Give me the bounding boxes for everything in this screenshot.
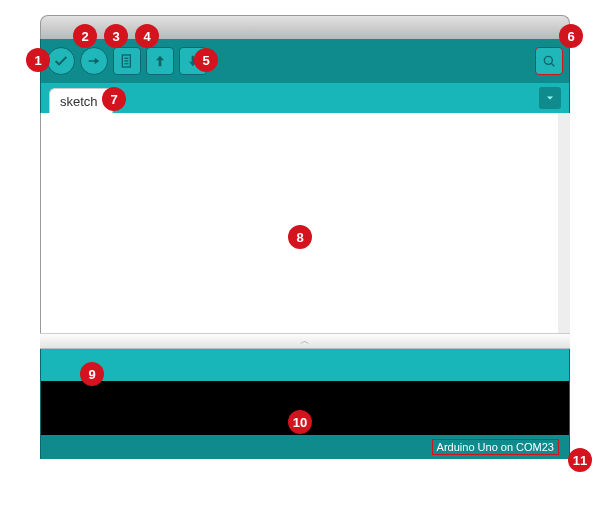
callout-1: 1 <box>26 48 50 72</box>
upload-icon <box>86 53 102 69</box>
open-file-icon <box>152 53 168 69</box>
status-bar <box>40 349 570 381</box>
open-button[interactable] <box>146 47 174 75</box>
tab-menu-button[interactable] <box>539 87 561 109</box>
callout-4: 4 <box>135 24 159 48</box>
callout-10: 10 <box>288 410 312 434</box>
tab-label: sketch <box>60 94 98 109</box>
callout-7: 7 <box>102 87 126 111</box>
callout-2: 2 <box>73 24 97 48</box>
code-editor[interactable] <box>40 113 570 333</box>
new-button[interactable] <box>113 47 141 75</box>
svg-line-5 <box>551 63 554 66</box>
callout-11: 11 <box>568 448 592 472</box>
serial-monitor-button[interactable]: . <box>535 47 563 75</box>
callout-6: 6 <box>559 24 583 48</box>
callout-3: 3 <box>104 24 128 48</box>
board-port-label: Arduino Uno on COM23 <box>432 439 559 455</box>
dropdown-icon <box>544 92 556 104</box>
serial-monitor-icon: . <box>541 53 557 69</box>
upload-button[interactable] <box>80 47 108 75</box>
verify-icon <box>53 53 69 69</box>
verify-button[interactable] <box>47 47 75 75</box>
callout-9: 9 <box>80 362 104 386</box>
footer-bar: Arduino Uno on COM23 <box>40 435 570 459</box>
callout-8: 8 <box>288 225 312 249</box>
new-file-icon <box>119 53 135 69</box>
pane-divider[interactable]: ︿ <box>40 333 570 349</box>
callout-5: 5 <box>194 48 218 72</box>
svg-text:.: . <box>548 57 549 63</box>
